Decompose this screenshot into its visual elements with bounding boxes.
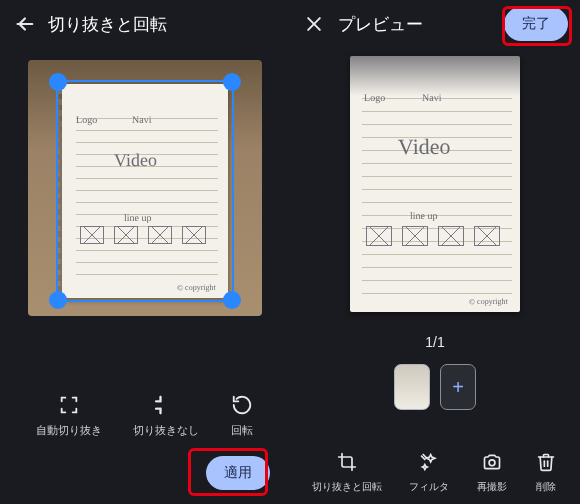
rotate-button[interactable]: 回転: [230, 393, 254, 438]
topbar-left: 切り抜きと回転: [0, 0, 290, 48]
crop-rotate-pane: 切り抜きと回転 Logo Navi Video line up © copyri…: [0, 0, 290, 504]
retake-label: 再撮影: [477, 480, 507, 494]
preview-sketch-copyright: © copyright: [469, 297, 508, 306]
rotate-icon: [230, 393, 254, 417]
add-page-button[interactable]: +: [440, 364, 476, 410]
crop-handle-br[interactable]: [223, 291, 241, 309]
preview-sketch-lineup: line up: [410, 210, 438, 221]
crop-handle-tr[interactable]: [223, 73, 241, 91]
auto-crop-label: 自動切り抜き: [36, 423, 102, 438]
no-crop-label: 切り抜きなし: [133, 423, 199, 438]
preview-pane: プレビュー 完了 Logo Navi Video line up © copyr…: [290, 0, 580, 504]
camera-icon: [480, 450, 504, 474]
crop-canvas[interactable]: Logo Navi Video line up © copyright: [28, 60, 262, 316]
crop-handle-tl[interactable]: [49, 73, 67, 91]
delete-button[interactable]: 削除: [534, 450, 558, 494]
toolbar-right: 切り抜きと回転 フィルタ 再撮影 削除: [290, 450, 580, 494]
filter-label: フィルタ: [409, 480, 449, 494]
done-button[interactable]: 完了: [504, 7, 568, 41]
back-icon[interactable]: [12, 12, 36, 36]
crop-handle-bl[interactable]: [49, 291, 67, 309]
close-icon[interactable]: [302, 12, 326, 36]
no-crop-icon: [154, 393, 178, 417]
no-crop-button[interactable]: 切り抜きなし: [133, 393, 199, 438]
preview-sketch-navi: Navi: [422, 92, 442, 103]
page-title-left: 切り抜きと回転: [48, 13, 167, 36]
crop-rotate-label: 切り抜きと回転: [312, 480, 382, 494]
trash-icon: [534, 450, 558, 474]
preview-sketch-logo: Logo: [364, 92, 385, 103]
thumbnail-1[interactable]: [394, 364, 430, 410]
auto-crop-button[interactable]: 自動切り抜き: [36, 393, 102, 438]
crop-rotate-button[interactable]: 切り抜きと回転: [312, 450, 382, 494]
toolbar-left: 自動切り抜き 切り抜きなし 回転: [0, 393, 290, 438]
page-title-right: プレビュー: [338, 13, 423, 36]
svg-point-3: [489, 460, 495, 466]
crop-frame[interactable]: [56, 80, 234, 302]
apply-button[interactable]: 適用: [206, 456, 270, 490]
topbar-right: プレビュー 完了: [290, 0, 580, 48]
auto-crop-icon: [57, 393, 81, 417]
plus-icon: +: [452, 376, 464, 399]
delete-label: 削除: [536, 480, 556, 494]
filter-icon: [417, 450, 441, 474]
preview-sketch-video: Video: [398, 134, 451, 160]
rotate-label: 回転: [231, 423, 253, 438]
retake-button[interactable]: 再撮影: [477, 450, 507, 494]
thumbnail-strip: +: [290, 364, 580, 410]
filter-button[interactable]: フィルタ: [409, 450, 449, 494]
crop-icon: [335, 450, 359, 474]
page-counter: 1/1: [290, 334, 580, 350]
preview-canvas[interactable]: Logo Navi Video line up © copyright: [350, 56, 520, 312]
